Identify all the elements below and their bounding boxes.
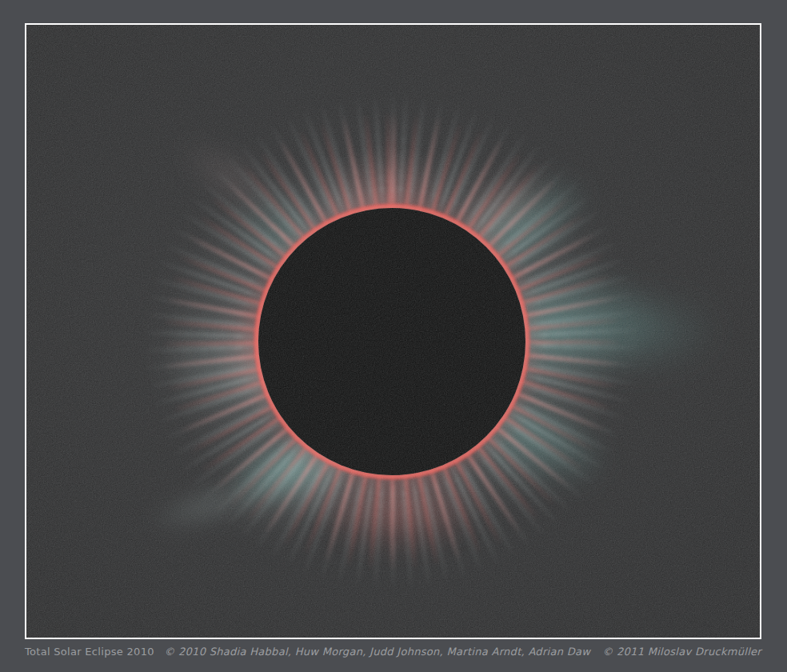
- caption-bar: Total Solar Eclipse 2010 © 2010 Shadia H…: [25, 646, 761, 658]
- page-background: Total Solar Eclipse 2010 © 2010 Shadia H…: [0, 0, 787, 672]
- moon-disk: [258, 208, 525, 475]
- photo-title: Total Solar Eclipse 2010: [25, 646, 154, 658]
- copyright-team: © 2010 Shadia Habbal, Huw Morgan, Judd J…: [164, 646, 590, 658]
- eclipse-photo: [25, 23, 761, 639]
- copyright-processing: © 2011 Miloslav Druckmüller: [602, 646, 761, 658]
- copyright-group: © 2010 Shadia Habbal, Huw Morgan, Judd J…: [164, 646, 761, 658]
